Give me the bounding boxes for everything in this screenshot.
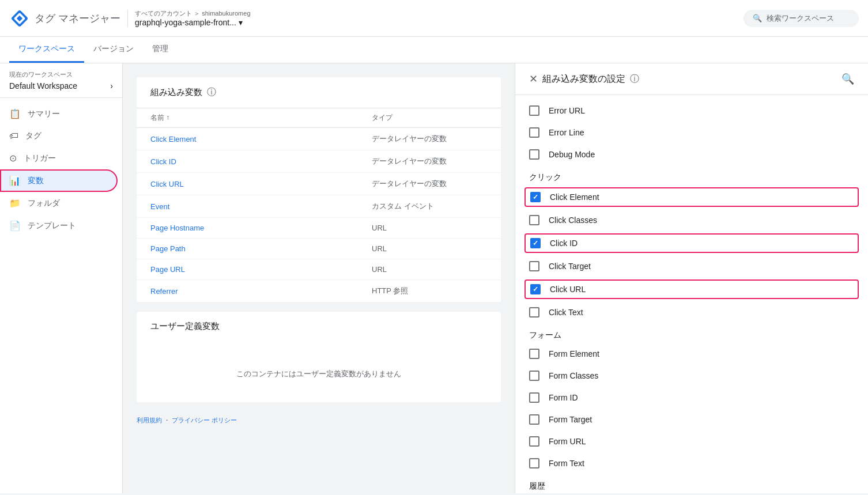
checkbox-click-target[interactable]: [529, 261, 539, 271]
panel-close-button[interactable]: ✕: [529, 73, 538, 85]
table-row: Page Path URL: [137, 239, 501, 259]
var-type: URL: [372, 265, 487, 274]
footer-privacy[interactable]: プライバシー ポリシー: [172, 417, 237, 424]
panel-header-left: ✕ 組み込み変数の設定 ⓘ: [529, 73, 639, 85]
panel-item-form-id: Form ID: [515, 387, 868, 409]
panel-item-form-element: Form Element: [515, 343, 868, 365]
panel-search-icon[interactable]: 🔍: [841, 73, 854, 85]
workspace-name-button[interactable]: Default Workspace ›: [9, 81, 113, 90]
checkbox-click-element[interactable]: [530, 192, 541, 202]
search-box[interactable]: 🔍 検索ワークスペース: [744, 10, 859, 27]
panel-body: Error URL Error Line Debug Mode クリック Cli…: [515, 95, 868, 493]
var-link[interactable]: Click Element: [150, 135, 372, 143]
table-row: Click ID データレイヤーの変数: [137, 150, 501, 173]
checkbox-click-id[interactable]: [530, 238, 541, 248]
var-link[interactable]: Page URL: [150, 265, 372, 274]
sidebar-label-variables: 変数: [28, 176, 44, 186]
container-name: graphql-yoga-sample-front...: [135, 18, 236, 27]
dropdown-arrow-icon[interactable]: ▾: [239, 18, 243, 27]
main-layout: 現在のワークスペース Default Workspace › 📋 サマリー 🏷 …: [0, 63, 868, 493]
checkbox-form-url[interactable]: [529, 436, 539, 447]
breadcrumb-top: すべてのアカウント ＞ shimabukuromeg: [135, 9, 737, 18]
checkbox-error-url[interactable]: [529, 105, 539, 116]
checkbox-click-classes[interactable]: [529, 215, 539, 225]
checkbox-form-text[interactable]: [529, 458, 539, 468]
form-section-label: フォーム: [515, 323, 868, 343]
tags-icon: 🏷: [9, 131, 18, 141]
var-link[interactable]: Page Hostname: [150, 224, 372, 232]
checkbox-click-text[interactable]: [529, 307, 539, 318]
user-vars-empty: このコンテナにはユーザー定義変数がありません: [137, 346, 501, 402]
builtin-help-icon[interactable]: ⓘ: [207, 86, 216, 99]
sidebar-item-folders[interactable]: 📁 フォルダ: [0, 192, 118, 214]
panel-section-errors: Error URL Error Line Debug Mode: [515, 100, 868, 165]
tab-workspace[interactable]: ワークスペース: [9, 37, 84, 63]
checkbox-form-target[interactable]: [529, 414, 539, 425]
checkbox-error-line[interactable]: [529, 127, 539, 138]
sidebar-item-tags[interactable]: 🏷 タグ: [0, 125, 118, 147]
label-form-id: Form ID: [549, 393, 578, 402]
logo-area: タグ マネージャー: [9, 8, 120, 29]
sidebar-label-templates: テンプレート: [28, 221, 76, 231]
panel-section-form: フォーム Form Element Form Classes Form ID F…: [515, 323, 868, 474]
var-link[interactable]: Referrer: [150, 287, 372, 296]
panel-section-history: 履歴 New History Fragment: [515, 474, 868, 493]
checkbox-form-id[interactable]: [529, 392, 539, 403]
panel-item-debug-mode: Debug Mode: [515, 143, 868, 165]
user-vars-section: ユーザー定義変数: [137, 312, 501, 346]
checkbox-form-classes[interactable]: [529, 371, 539, 381]
panel-item-form-classes: Form Classes: [515, 365, 868, 387]
sidebar-label-folders: フォルダ: [28, 198, 60, 209]
table-row: Click Element データレイヤーの変数: [137, 128, 501, 150]
sidebar: 現在のワークスペース Default Workspace › 📋 サマリー 🏷 …: [0, 63, 123, 493]
label-error-url: Error URL: [549, 106, 585, 115]
panel-item-form-url: Form URL: [515, 430, 868, 452]
search-icon: 🔍: [753, 14, 762, 22]
folders-icon: 📁: [9, 198, 21, 209]
sidebar-label-tags: タグ: [25, 131, 41, 141]
var-type: HTTP 参照: [372, 286, 487, 296]
label-error-line: Error Line: [549, 128, 584, 137]
app-title: タグ マネージャー: [35, 12, 120, 25]
panel-help-icon[interactable]: ⓘ: [630, 73, 639, 85]
col-type-header: タイプ: [372, 113, 487, 123]
table-row: Page URL URL: [137, 259, 501, 280]
label-form-element: Form Element: [549, 349, 599, 358]
label-click-target: Click Target: [549, 262, 591, 271]
var-type: データレイヤーの変数: [372, 156, 487, 167]
chevron-right-icon: ›: [110, 81, 113, 90]
builtin-rows-container: Click Element データレイヤーの変数 Click ID データレイヤ…: [137, 128, 501, 303]
var-type: URL: [372, 224, 487, 232]
panel-item-error-line: Error Line: [515, 122, 868, 143]
table-header: 名前 ↑ タイプ: [137, 108, 501, 128]
user-vars-title: ユーザー定義変数: [150, 321, 487, 332]
var-link[interactable]: Page Path: [150, 244, 372, 253]
label-click-text: Click Text: [549, 308, 583, 317]
sidebar-item-summary[interactable]: 📋 サマリー: [0, 103, 118, 125]
checkbox-click-url[interactable]: [530, 284, 541, 294]
label-form-target: Form Target: [549, 415, 592, 424]
sidebar-item-triggers[interactable]: ⊙ トリガー: [0, 147, 118, 169]
sidebar-nav: 📋 サマリー 🏷 タグ ⊙ トリガー 📊 変数 📁 フォルダ 📄 テンプレ: [0, 98, 122, 241]
sidebar-item-variables[interactable]: 📊 変数: [0, 169, 118, 192]
breadcrumb-title[interactable]: graphql-yoga-sample-front... ▾: [135, 18, 737, 27]
panel-item-click-classes: Click Classes: [515, 209, 868, 231]
panel-item-click-element: Click Element: [524, 187, 859, 207]
nav-tabs: ワークスペース バージョン 管理: [0, 37, 868, 63]
panel-item-click-target: Click Target: [515, 255, 868, 277]
divider: [127, 10, 128, 27]
checkbox-debug-mode[interactable]: [529, 149, 539, 160]
label-debug-mode: Debug Mode: [549, 150, 595, 159]
tab-admin[interactable]: 管理: [143, 37, 178, 63]
checkbox-form-element[interactable]: [529, 349, 539, 359]
table-row: Referrer HTTP 参照: [137, 280, 501, 303]
var-link[interactable]: Click ID: [150, 157, 372, 166]
sidebar-label-summary: サマリー: [28, 109, 60, 119]
var-link[interactable]: Click URL: [150, 180, 372, 188]
panel-item-click-text: Click Text: [515, 301, 868, 323]
var-link[interactable]: Event: [150, 202, 372, 211]
panel-section-click: クリック Click Element Click Classes Click I…: [515, 165, 868, 323]
sidebar-item-templates[interactable]: 📄 テンプレート: [0, 214, 118, 237]
tab-version[interactable]: バージョン: [84, 37, 143, 63]
footer-terms[interactable]: 利用規約: [137, 417, 162, 424]
